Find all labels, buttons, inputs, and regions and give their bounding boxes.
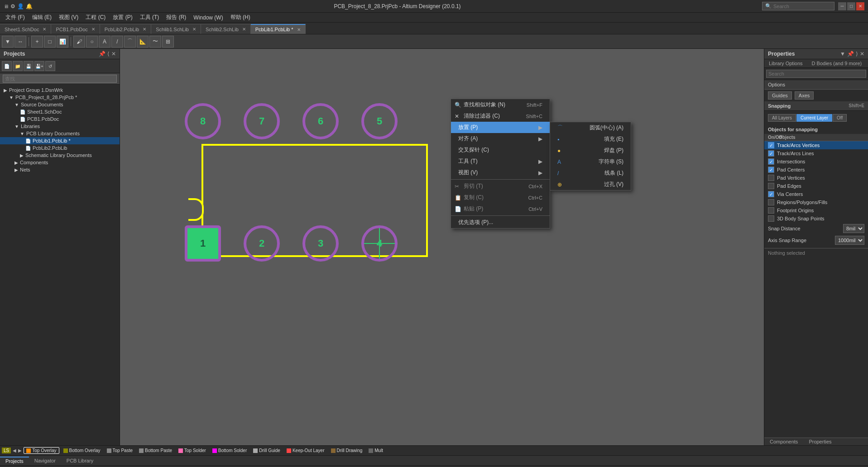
pad-4[interactable]: 4 [361,225,398,262]
snapping-section-header[interactable]: Snapping Shift+E [764,101,868,111]
obj-via-centers[interactable]: ✓ Via Centers [764,190,868,198]
menu-item-h[interactable]: 帮助 (H) [227,13,254,22]
tree-item-1[interactable]: ▼PCB_Project_8_28.PrjPcb * [0,94,120,101]
pin-icon[interactable]: 📌 [99,51,106,57]
ctx-align[interactable]: 对齐 (A) ▶ [451,133,550,144]
pad-5[interactable]: 5 [361,103,398,139]
obj-footprint-origins-checkbox[interactable] [768,207,774,214]
pad-6[interactable]: 6 [302,103,339,139]
obj-regions[interactable]: Regions/Polygons/Fills [764,198,868,206]
tree-item-5[interactable]: ▼Libraries [0,123,120,130]
layer-bottom-solder[interactable]: Bottom Solder [210,448,249,453]
props-expand-icon[interactable]: ⟩ [856,51,858,57]
plus-button[interactable]: + [31,36,43,48]
settings-icon[interactable]: ⚙ [10,3,15,10]
menu-item-windoww[interactable]: Window (W) [190,14,226,22]
rect-button[interactable]: □ [44,36,56,48]
current-layer-button[interactable]: Current Layer [796,114,832,122]
chart-button[interactable]: 📊 [57,36,68,48]
tree-item-11[interactable]: ▶Nets [0,166,120,173]
obj-pad-centers[interactable]: ✓ Pad Centers [764,166,868,174]
obj-track-arcs-lines[interactable]: ✓ Track/Arcs Lines [764,149,868,157]
route-button[interactable]: ↔ [14,36,26,48]
text-button[interactable]: A [99,36,110,48]
ctx-pad[interactable]: ● 焊盘 (P) [550,145,631,156]
obj-3d-body-checkbox[interactable] [768,215,774,222]
obj-regions-checkbox[interactable] [768,199,774,205]
layer-top-paste[interactable]: Top Paste [105,448,135,453]
ctx-copy[interactable]: 📋 复制 (C) Ctrl+C [451,192,550,203]
pad-2[interactable]: 2 [244,225,280,262]
tab-d-bodies[interactable]: D Bodies (and 9 more) [807,59,867,67]
close-panel-icon[interactable]: ✕ [111,51,116,57]
project-search-input[interactable] [3,75,117,83]
obj-track-arcs-lines-checkbox[interactable]: ✓ [768,150,774,157]
layer-top-overlay[interactable]: Top Overlay [24,447,59,454]
axis-snap-select[interactable]: 1000mil [835,236,864,245]
props-close-icon[interactable]: ✕ [860,51,864,57]
tab-close-5[interactable]: ✕ [297,27,301,32]
obj-footprint-origins[interactable]: Footprint Origins [764,206,868,214]
tab-close-3[interactable]: ✕ [192,27,196,32]
filter-button[interactable]: ▼ [2,36,14,48]
axes-button[interactable]: Axes [795,91,814,100]
layer-drill-drawing[interactable]: Drill Drawing [329,448,365,453]
props-pin-icon[interactable]: 📌 [847,51,854,57]
tab-close-2[interactable]: ✕ [143,27,146,32]
bottom-tab-navigator[interactable]: Navigator [29,457,61,464]
off-button[interactable]: Off [833,114,847,122]
all-layers-button[interactable]: All Layers [768,114,796,122]
layer-drill-guide[interactable]: Drill Guide [251,448,283,453]
pad-7[interactable]: 7 [244,103,280,139]
tab-properties[interactable]: Properties [803,438,837,445]
new-project-button[interactable]: 📄 [2,61,12,71]
maximize-button[interactable]: □ [847,2,855,10]
tree-item-4[interactable]: 📄PCB1.PcbDoc [0,115,120,123]
ctx-fill[interactable]: ▪ 填充 (E) [550,133,631,145]
open-button[interactable]: 📁 [13,61,23,71]
ctx-clear-filter[interactable]: ✕ 清除过滤器 (C) Shift+C [451,110,550,122]
menu-item-v[interactable]: 视图 (V) [55,13,82,22]
pad-1[interactable]: 1 [185,225,221,262]
tree-item-8[interactable]: 📄PcbLib2.PcbLib [0,144,120,152]
line-button[interactable]: / [111,36,123,48]
obj-3d-body[interactable]: 3D Body Snap Points [764,214,868,223]
notification-icon[interactable]: 🔔 [26,3,33,10]
ctx-find-similar[interactable]: 🔍 查找相似对象 (N) Shift+F [451,99,550,110]
menu-item-r[interactable]: 报告 (R) [163,13,190,22]
layer-top-solder[interactable]: Top Solder [176,448,208,453]
obj-pad-vertices[interactable]: Pad Vertices [764,174,868,182]
tab-2[interactable]: PcbLib2.PcbLib✕ [100,24,151,34]
title-search-box[interactable]: 🔍 [762,2,834,10]
minimize-button[interactable]: ─ [838,2,846,10]
tree-item-7[interactable]: 📄PcbLib1.PcbLib * [0,137,120,144]
layer-bottom-overlay[interactable]: Bottom Overlay [61,448,103,453]
obj-pad-vertices-checkbox[interactable] [768,175,774,181]
ctx-cut[interactable]: ✂ 剪切 (T) Ctrl+X [451,181,550,192]
ctx-line[interactable]: / 线条 (L) [550,167,631,179]
menu-item-c[interactable]: 工程 (C) [82,13,109,22]
tree-item-9[interactable]: ▶Schematic Library Documents [0,152,120,159]
canvas-area[interactable]: 8 7 6 5 1 2 3 4 🔍 查找相似对象 (N) Shift+F [120,49,764,445]
menu-item-e[interactable]: 编辑 (E) [29,13,55,22]
tab-components[interactable]: Components [764,438,803,445]
obj-intersections-checkbox[interactable]: ✓ [768,158,774,165]
obj-track-arcs-vertices[interactable]: ✓ Track/Arcs Vertices [764,141,868,149]
close-button[interactable]: ✕ [856,2,864,10]
ctx-cross-probe[interactable]: 交叉探针 (C) [451,144,550,156]
layer-bottom-paste[interactable]: Bottom Paste [137,448,174,453]
ctx-via[interactable]: ⊕ 过孔 (V) [550,179,631,190]
bottom-tab-pcb-library[interactable]: PCB Library [61,457,99,464]
measure-button[interactable]: 📐 [137,36,149,48]
next-layer-icon[interactable]: ▶ [18,448,22,453]
obj-pad-centers-checkbox[interactable]: ✓ [768,167,774,173]
pad-3[interactable]: 3 [302,225,339,262]
tab-1[interactable]: PCB1.PcbDoc✕ [51,24,100,34]
tree-item-0[interactable]: ▶Project Group 1.DsnWrk [0,86,120,94]
save-button[interactable]: 💾 [24,61,34,71]
arrow-icon[interactable]: ⟨ [107,51,110,57]
tab-5[interactable]: PcbLib1.PcbLib *✕ [251,24,306,34]
guides-button[interactable]: Guides [768,91,792,100]
ctx-arc-center[interactable]: ⌒ 圆弧(中心) (A) [550,122,631,133]
tree-item-3[interactable]: 📄Sheet1.SchDoc [0,108,120,115]
